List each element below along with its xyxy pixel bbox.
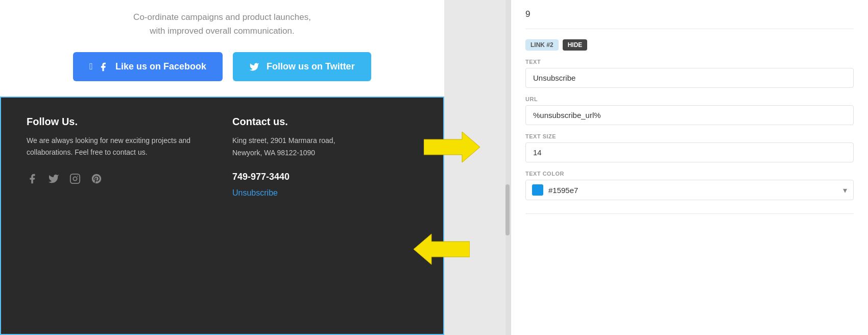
text-field-group: TEXT Unsubscribe [525, 59, 854, 88]
contact-title: Contact us. [232, 116, 418, 128]
social-buttons-row:  Like us on Facebook Follow us on Twitt… [73, 52, 371, 81]
contact-address: King street, 2901 Marmara road, Newyork,… [232, 135, 418, 159]
unsubscribe-link[interactable]: Unsubscribe [232, 188, 278, 197]
text-color-label: TEXT COLOR [525, 171, 854, 177]
link-section: LINK #2 HIDE TEXT Unsubscribe URL %unsub… [525, 29, 854, 214]
follow-text: We are always looking for new exciting p… [27, 135, 212, 158]
link-badge[interactable]: LINK #2 [525, 39, 559, 51]
facebook-button[interactable]:  Like us on Facebook [73, 52, 223, 81]
preview-top: Co-ordinate campaigns and product launch… [0, 0, 444, 97]
twitter-icon-svg [249, 62, 259, 72]
svg-point-2 [77, 176, 78, 177]
config-panel: 9 LINK #2 HIDE TEXT Unsubscribe URL %uns… [511, 0, 868, 335]
facebook-social-icon[interactable] [27, 173, 38, 187]
facebook-button-label: Like us on Facebook [115, 61, 206, 72]
scrollbar-thumb[interactable] [505, 184, 510, 235]
url-field-value[interactable]: %unsubscribe_url% [525, 105, 854, 125]
twitter-button-label: Follow us on Twitter [267, 61, 355, 72]
arrow-zone [444, 0, 511, 335]
follow-title: Follow Us. [27, 116, 212, 128]
text-field-value[interactable]: Unsubscribe [525, 68, 854, 88]
hide-badge[interactable]: HIDE [563, 39, 588, 51]
number-value: 9 [525, 9, 530, 19]
text-size-value[interactable]: 14 [525, 142, 854, 162]
social-icons-row [27, 173, 212, 187]
svg-marker-4 [414, 234, 470, 265]
scrollbar-track[interactable] [505, 0, 511, 335]
text-color-value-row[interactable]: #1595e7 ▾ [525, 180, 854, 200]
text-field-label: TEXT [525, 59, 854, 65]
subtitle-text: Co-ordinate campaigns and product launch… [133, 10, 311, 38]
facebook-icon:  [89, 61, 93, 72]
svg-point-1 [73, 177, 77, 180]
svg-rect-0 [70, 174, 80, 183]
footer-follow-col: Follow Us. We are always looking for new… [27, 116, 212, 316]
facebook-icon-svg [98, 62, 108, 72]
footer-section: Follow Us. We are always looking for new… [0, 97, 444, 335]
color-swatch [532, 184, 543, 196]
arrow-left-indicator [414, 234, 470, 265]
twitter-social-icon[interactable] [48, 173, 59, 187]
text-size-field-group: TEXT SIZE 14 [525, 133, 854, 162]
url-field-label: URL [525, 96, 854, 102]
color-hex-value: #1595e7 [548, 186, 578, 195]
number-row: 9 [525, 0, 854, 29]
url-field-group: URL %unsubscribe_url% [525, 96, 854, 125]
twitter-button[interactable]: Follow us on Twitter [233, 52, 371, 81]
contact-phone: 749-977-3440 [232, 172, 418, 182]
link-badges-row: LINK #2 HIDE [525, 39, 854, 51]
svg-marker-3 [424, 132, 480, 162]
pinterest-social-icon[interactable] [91, 173, 102, 187]
footer-contact-col: Contact us. King street, 2901 Marmara ro… [232, 116, 418, 316]
text-color-field-group: TEXT COLOR #1595e7 ▾ [525, 171, 854, 200]
text-size-label: TEXT SIZE [525, 133, 854, 139]
arrow-right-indicator [424, 132, 480, 162]
color-dropdown-icon[interactable]: ▾ [843, 185, 847, 195]
instagram-social-icon[interactable] [69, 173, 81, 187]
